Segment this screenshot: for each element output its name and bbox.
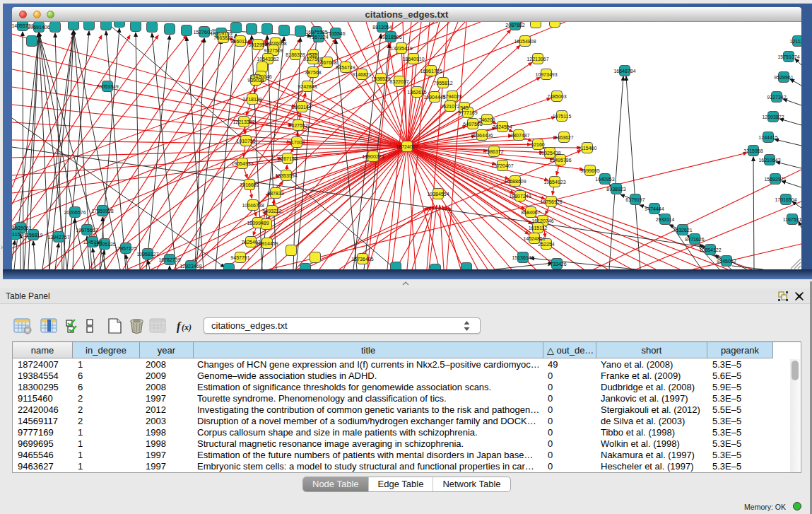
svg-text:9529961: 9529961 bbox=[774, 75, 793, 80]
svg-text:19756928: 19756928 bbox=[540, 199, 562, 204]
svg-text:8684067: 8684067 bbox=[521, 210, 540, 215]
svg-text:9245052: 9245052 bbox=[717, 259, 736, 264]
svg-text:7986372: 7986372 bbox=[484, 149, 503, 154]
svg-text:13353594: 13353594 bbox=[275, 173, 297, 178]
svg-text:545: 545 bbox=[460, 105, 469, 110]
svg-text:10543362: 10543362 bbox=[257, 57, 278, 62]
svg-text:7357224: 7357224 bbox=[309, 35, 328, 40]
svg-text:19384554: 19384554 bbox=[427, 192, 449, 197]
svg-text:9115460: 9115460 bbox=[578, 146, 597, 151]
svg-text:1244415: 1244415 bbox=[758, 135, 777, 140]
svg-text:8427552: 8427552 bbox=[288, 123, 307, 128]
svg-text:5493222: 5493222 bbox=[262, 209, 281, 214]
svg-text:13900273: 13900273 bbox=[362, 154, 384, 159]
svg-text:1156819: 1156819 bbox=[24, 233, 43, 238]
svg-text:939024: 939024 bbox=[247, 78, 264, 83]
svg-text:117004: 117004 bbox=[289, 140, 305, 145]
svg-text:7955812: 7955812 bbox=[433, 81, 452, 86]
svg-text:1615112: 1615112 bbox=[529, 226, 548, 230]
svg-text:6497568: 6497568 bbox=[463, 122, 482, 127]
svg-text:16971385: 16971385 bbox=[305, 30, 327, 35]
svg-text:15136141: 15136141 bbox=[512, 255, 534, 260]
svg-text:9699695: 9699695 bbox=[580, 168, 599, 173]
svg-text:20691406: 20691406 bbox=[28, 25, 49, 30]
svg-text:17957225: 17957225 bbox=[114, 246, 136, 251]
svg-text:20206576: 20206576 bbox=[64, 210, 86, 215]
svg-text:2087682: 2087682 bbox=[505, 23, 524, 28]
svg-text:1010755: 1010755 bbox=[236, 139, 255, 144]
svg-text:2933114: 2933114 bbox=[656, 217, 675, 222]
svg-text:9463627: 9463627 bbox=[554, 135, 573, 140]
svg-text:10654122: 10654122 bbox=[699, 247, 721, 252]
svg-text:887833: 887833 bbox=[267, 191, 283, 196]
svg-text:18724007: 18724007 bbox=[396, 144, 418, 149]
svg-text:3215958: 3215958 bbox=[743, 148, 763, 153]
svg-text:10973493: 10973493 bbox=[535, 72, 557, 77]
svg-text:15692971: 15692971 bbox=[764, 177, 786, 182]
svg-text:10046738: 10046738 bbox=[242, 203, 264, 208]
svg-text:15535061: 15535061 bbox=[12, 226, 32, 230]
svg-text:8322037: 8322037 bbox=[389, 79, 408, 84]
svg-text:12093872: 12093872 bbox=[762, 115, 784, 119]
svg-text:8454749: 8454749 bbox=[336, 65, 355, 70]
svg-text:387568: 387568 bbox=[305, 70, 321, 75]
svg-text:17016504: 17016504 bbox=[775, 197, 796, 202]
svg-text:7515546: 7515546 bbox=[326, 31, 345, 36]
svg-text:18640910: 18640910 bbox=[402, 57, 424, 62]
svg-text:16914459: 16914459 bbox=[256, 241, 278, 246]
svg-text:15736485: 15736485 bbox=[351, 257, 373, 262]
svg-text:14524851: 14524851 bbox=[523, 236, 545, 241]
svg-text:1538529: 1538529 bbox=[371, 76, 390, 81]
svg-text:1975115: 1975115 bbox=[553, 114, 572, 119]
svg-text:(x): (x) bbox=[182, 322, 192, 332]
svg-text:121121: 121121 bbox=[790, 39, 801, 44]
svg-text:19218506: 19218506 bbox=[379, 35, 401, 40]
svg-text:8186328: 8186328 bbox=[286, 52, 305, 57]
svg-text:1621072: 1621072 bbox=[440, 104, 459, 109]
svg-text:12213382: 12213382 bbox=[233, 119, 254, 124]
svg-text:62160: 62160 bbox=[531, 142, 545, 147]
svg-text:252254: 252254 bbox=[538, 242, 554, 247]
svg-text:16782759: 16782759 bbox=[158, 257, 180, 262]
svg-text:9457791: 9457791 bbox=[230, 255, 249, 260]
svg-text:2803144: 2803144 bbox=[292, 105, 311, 110]
svg-text:10975667: 10975667 bbox=[76, 228, 98, 233]
svg-text:8660124: 8660124 bbox=[230, 39, 249, 44]
svg-text:19654923: 19654923 bbox=[543, 180, 565, 185]
svg-text:3267150: 3267150 bbox=[278, 156, 297, 161]
svg-text:391154: 391154 bbox=[12, 232, 23, 237]
svg-text:16648784: 16648784 bbox=[613, 69, 635, 74]
svg-text:9227342: 9227342 bbox=[767, 95, 786, 100]
svg-text:13235419: 13235419 bbox=[390, 46, 412, 51]
svg-text:3624554: 3624554 bbox=[493, 124, 512, 129]
svg-text:9474444: 9474444 bbox=[645, 206, 664, 211]
svg-text:12213967: 12213967 bbox=[526, 57, 548, 62]
svg-text:1733426: 1733426 bbox=[547, 262, 566, 267]
svg-text:13226058: 13226058 bbox=[264, 41, 286, 46]
svg-text:13495786: 13495786 bbox=[549, 158, 571, 163]
svg-text:16210643: 16210643 bbox=[758, 158, 780, 163]
svg-text:2367608: 2367608 bbox=[317, 60, 336, 65]
svg-text:1916682: 1916682 bbox=[240, 182, 259, 187]
svg-text:7485003: 7485003 bbox=[547, 94, 566, 99]
svg-text:1362615: 1362615 bbox=[407, 90, 426, 95]
svg-text:9242848: 9242848 bbox=[298, 84, 317, 89]
svg-text:10688609: 10688609 bbox=[504, 179, 526, 184]
svg-text:9777169: 9777169 bbox=[458, 110, 477, 115]
svg-text:9146821: 9146821 bbox=[352, 72, 371, 77]
svg-text:15751074: 15751074 bbox=[777, 54, 799, 59]
svg-text:16154808: 16154808 bbox=[514, 39, 536, 44]
svg-text:6379197: 6379197 bbox=[625, 197, 645, 202]
svg-text:f: f bbox=[177, 320, 182, 333]
svg-text:18807249: 18807249 bbox=[509, 194, 531, 199]
svg-text:8813054: 8813054 bbox=[372, 25, 392, 30]
svg-text:7632621: 7632621 bbox=[673, 228, 692, 233]
svg-text:17359928: 17359928 bbox=[91, 209, 113, 214]
svg-text:9327509: 9327509 bbox=[264, 48, 283, 53]
svg-text:8938923: 8938923 bbox=[606, 187, 625, 192]
svg-text:1167531: 1167531 bbox=[783, 217, 801, 222]
svg-text:16961755: 16961755 bbox=[420, 69, 442, 74]
svg-text:12923468: 12923468 bbox=[180, 264, 201, 269]
svg-text:8471626: 8471626 bbox=[685, 237, 704, 242]
svg-text:18099489: 18099489 bbox=[247, 221, 269, 226]
